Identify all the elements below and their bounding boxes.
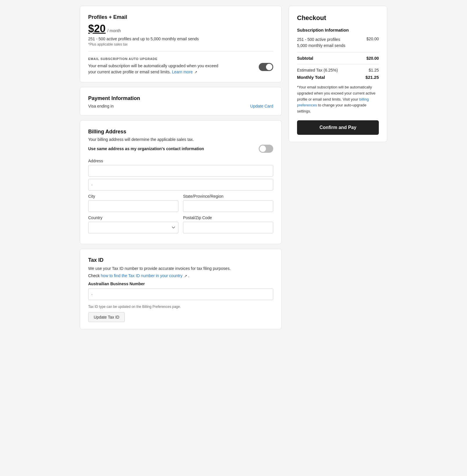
tax-note: *Plus applicable sales tax — [88, 42, 273, 46]
external-icon: ↗ — [194, 70, 197, 74]
price-large: $20 — [88, 23, 106, 35]
checkout-title: Checkout — [297, 14, 379, 22]
taxid-title: Tax ID — [88, 257, 273, 263]
update-taxid-button[interactable]: Update Tax ID — [88, 312, 125, 322]
payment-information-card: Payment Information Visa ending in Updat… — [80, 87, 282, 116]
postal-input[interactable] — [183, 222, 273, 233]
postal-label: Postal/Zip Code — [183, 215, 273, 220]
address-field-group: Address — [88, 159, 273, 190]
address-input-1[interactable] — [88, 165, 273, 177]
subscription-subtitle: Subscription Information — [297, 28, 379, 32]
line1-value: $20.00 — [366, 37, 379, 41]
line2-label: 5,000 monthly email sends — [297, 43, 345, 49]
profile-description: 251 - 500 active profiles and up to 5,00… — [88, 37, 273, 41]
learn-more-link[interactable]: Learn more — [172, 70, 193, 74]
price-period: / month — [107, 28, 121, 33]
city-input[interactable] — [88, 200, 178, 212]
payment-card-title: Payment Information — [88, 95, 273, 101]
total-label: Monthly Total — [297, 75, 325, 80]
billing-description: Your billing address will determine the … — [88, 137, 273, 142]
auto-upgrade-text: Your email subscription will be automati… — [88, 63, 222, 75]
same-address-label: Use same address as my organization's co… — [88, 146, 204, 151]
city-label: City — [88, 194, 178, 199]
postal-group: Postal/Zip Code — [183, 215, 273, 233]
tax-label: Estimated Tax (6.25%) — [297, 68, 338, 72]
payment-row: Visa ending in Update Card — [88, 104, 273, 108]
country-label: Country — [88, 215, 178, 220]
profiles-card-title: Profiles + Email — [88, 14, 273, 20]
subtotal-row: Subtotal $20.00 — [297, 56, 379, 61]
state-input[interactable] — [183, 200, 273, 212]
visa-label: Visa ending in — [88, 104, 114, 108]
address-input-2[interactable] — [88, 179, 273, 190]
confirm-and-pay-button[interactable]: Confirm and Pay — [297, 120, 379, 135]
checkout-divider-2 — [297, 64, 379, 64]
checkout-divider-1 — [297, 52, 379, 52]
aus-number-label: Austrailian Business Number — [88, 281, 273, 286]
city-group: City — [88, 194, 178, 212]
checkout-card: Checkout Subscription Information 251 - … — [289, 6, 387, 142]
subtotal-value: $20.00 — [366, 56, 379, 61]
taxid-how-to-link[interactable]: how to find the Tax ID number in your co… — [101, 273, 182, 278]
address-label: Address — [88, 159, 273, 163]
state-label: State/Province/Region — [183, 194, 273, 199]
line1-labels: 251 - 500 active profiles 5,000 monthly … — [297, 37, 345, 49]
auto-upgrade-section: EMAIL SUBSCRIPTION AUTO UPGRADE Your ema… — [88, 56, 273, 75]
left-column: Profiles + Email $20 / month 251 - 500 a… — [80, 6, 282, 329]
subtotal-label: Subtotal — [297, 56, 313, 61]
line1-row: 251 - 500 active profiles 5,000 monthly … — [297, 37, 379, 49]
billing-card-title: Billing Address — [88, 129, 273, 135]
total-value: $21.25 — [365, 75, 379, 80]
line1-label: 251 - 500 active profiles — [297, 37, 345, 43]
auto-upgrade-label: EMAIL SUBSCRIPTION AUTO UPGRADE — [88, 57, 273, 61]
total-row: Monthly Total $21.25 — [297, 75, 379, 80]
tax-row: Estimated Tax (6.25%) $1.25 — [297, 68, 379, 72]
update-card-link[interactable]: Update Card — [250, 104, 273, 108]
country-select[interactable] — [88, 222, 178, 233]
auto-upgrade-toggle[interactable] — [259, 63, 273, 71]
taxid-card: Tax ID We use your Tax ID number to prov… — [80, 249, 282, 329]
same-address-row: Use same address as my organization's co… — [88, 145, 273, 153]
right-column: Checkout Subscription Information 251 - … — [289, 6, 387, 329]
state-group: State/Province/Region — [183, 194, 273, 212]
country-group: Country — [88, 215, 178, 233]
auto-upgrade-row: Your email subscription will be automati… — [88, 63, 273, 75]
external-icon-taxid: ↗ — [184, 274, 187, 278]
city-state-row: City State/Province/Region — [88, 194, 273, 212]
taxid-link-row: Check how to find the Tax ID number in y… — [88, 273, 273, 278]
tax-value: $1.25 — [369, 68, 379, 72]
card-divider — [88, 51, 273, 51]
taxid-note: Tax ID type can be updated on the Billin… — [88, 305, 273, 309]
auto-note: *Your email subscription will be automat… — [297, 84, 379, 115]
aus-number-input[interactable] — [88, 288, 273, 300]
billing-address-card: Billing Address Your billing address wil… — [80, 120, 282, 244]
country-postal-row: Country Postal/Zip Code — [88, 215, 273, 233]
same-address-toggle[interactable] — [259, 145, 273, 153]
profiles-email-card: Profiles + Email $20 / month 251 - 500 a… — [80, 6, 282, 82]
taxid-description: We use your Tax ID number to provide acc… — [88, 266, 273, 272]
